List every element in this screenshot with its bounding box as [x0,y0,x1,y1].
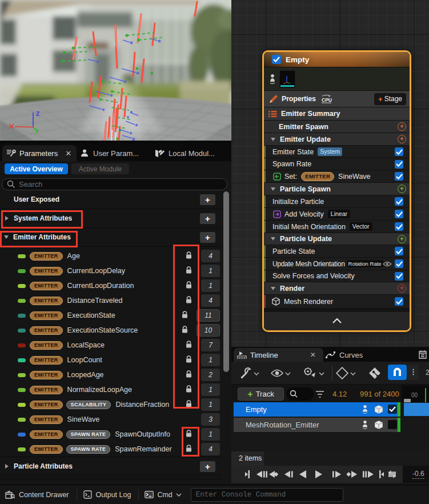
svg-text:CPU: CPU [322,97,332,102]
